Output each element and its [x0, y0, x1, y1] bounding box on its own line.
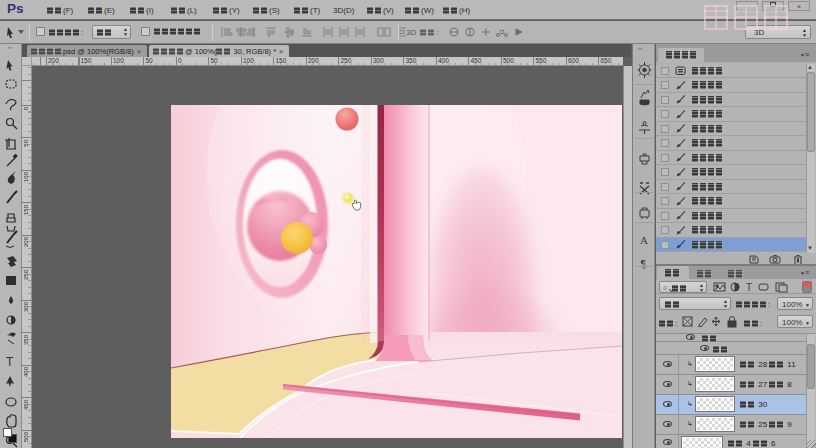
svg-text:T: T — [746, 282, 752, 293]
svg-text:A: A — [640, 234, 648, 246]
svg-text:T: T — [6, 355, 14, 369]
svg-text:¶: ¶ — [641, 259, 646, 270]
